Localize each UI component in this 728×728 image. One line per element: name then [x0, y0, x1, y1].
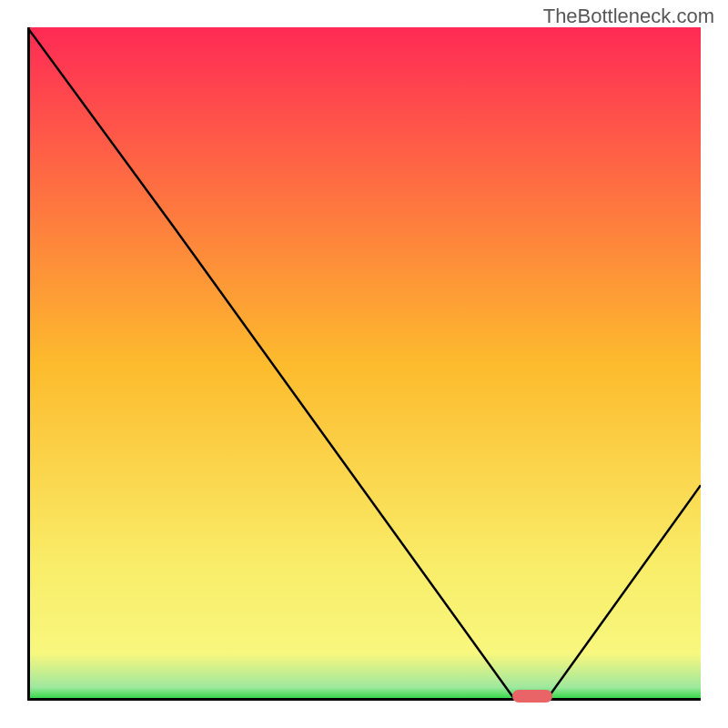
plot-area	[27, 27, 701, 701]
gradient-background	[27, 27, 701, 701]
chart-svg	[27, 27, 701, 701]
x-axis	[27, 698, 701, 701]
watermark-text: TheBottleneck.com	[543, 5, 714, 28]
optimal-marker	[512, 690, 552, 703]
y-axis	[27, 27, 30, 701]
chart-container: TheBottleneck.com	[0, 0, 728, 728]
